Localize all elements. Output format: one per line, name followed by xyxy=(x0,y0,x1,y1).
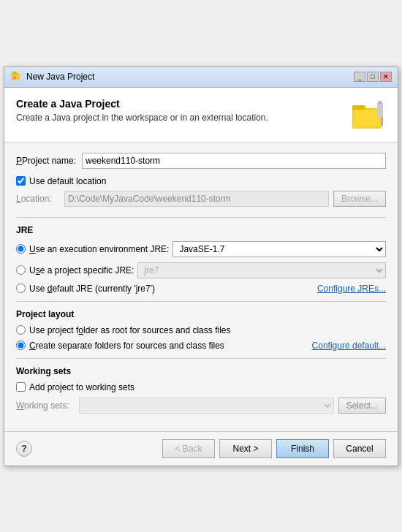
footer-button-group: < Back Next > Finish Cancel xyxy=(162,439,386,458)
add-working-sets-checkbox[interactable] xyxy=(16,382,26,392)
working-sets-input-row: Working sets: Select... xyxy=(16,398,386,414)
use-default-location-checkbox[interactable] xyxy=(16,176,26,186)
project-layout-title: Project layout xyxy=(16,309,386,319)
jre-section: JRE Use an execution environment JRE: Ja… xyxy=(16,225,386,294)
content-area: PProject name: Use default location Loca… xyxy=(4,142,398,431)
title-bar-buttons: _ □ ✕ xyxy=(354,72,392,82)
close-button[interactable]: ✕ xyxy=(380,72,392,82)
configure-jres-link[interactable]: Configure JREs... xyxy=(317,284,386,294)
dialog-title: Create a Java Project xyxy=(16,98,268,110)
divider-jre xyxy=(16,217,386,218)
footer: ? < Back Next > Finish Cancel xyxy=(4,431,398,466)
svg-rect-5 xyxy=(354,110,380,127)
svg-rect-7 xyxy=(377,102,383,117)
layout-separate-folders-radio[interactable] xyxy=(16,341,26,350)
project-name-label: PProject name: xyxy=(16,156,82,166)
svg-text:J: J xyxy=(13,75,15,80)
layout-project-folder-radio[interactable] xyxy=(16,325,26,335)
title-bar: J New Java Project _ □ ✕ xyxy=(4,67,398,88)
jre-default-radio[interactable] xyxy=(16,284,26,293)
title-bar-left: J New Java Project xyxy=(10,71,94,83)
jre-option1-row: Use an execution environment JRE: JavaSE… xyxy=(16,241,386,257)
maximize-button[interactable]: □ xyxy=(367,72,379,82)
add-working-sets-row: Add project to working sets xyxy=(16,382,386,392)
new-java-project-dialog: J New Java Project _ □ ✕ Create a Java P… xyxy=(4,66,398,466)
add-working-sets-label[interactable]: Add project to working sets xyxy=(29,382,134,392)
jre-section-title: JRE xyxy=(16,225,386,235)
dialog-icon: J xyxy=(10,71,22,83)
use-default-location-row: Use default location xyxy=(16,176,386,186)
jre-execution-env-radio[interactable] xyxy=(16,244,26,254)
header-section: Create a Java Project Create a Java proj… xyxy=(4,88,398,142)
cancel-button[interactable]: Cancel xyxy=(333,439,386,458)
dialog-description: Create a Java project in the workspace o… xyxy=(16,113,268,123)
jre-option2-row: Use a project specific JRE: jre7 xyxy=(16,262,386,278)
location-label: Location: xyxy=(16,194,60,204)
title-bar-text: New Java Project xyxy=(26,72,94,82)
working-sets-section: Working sets Add project to working sets… xyxy=(16,366,386,414)
browse-button[interactable]: Browse... xyxy=(333,191,386,207)
jre-project-specific-select[interactable]: jre7 xyxy=(137,262,386,278)
layout-project-folder-label: Use project folder as root for sources a… xyxy=(29,325,230,335)
header-text: Create a Java Project Create a Java proj… xyxy=(16,98,268,123)
jre-option3-row: Use default JRE (currently 'jre7') Confi… xyxy=(16,284,386,294)
next-button[interactable]: Next > xyxy=(219,439,272,458)
jre-project-specific-radio[interactable] xyxy=(16,265,26,275)
minimize-button[interactable]: _ xyxy=(354,72,365,82)
project-name-input[interactable] xyxy=(82,153,386,169)
divider-layout xyxy=(16,301,386,302)
jre-execution-env-select[interactable]: JavaSE-1.7 JavaSE-1.6 JavaSE-1.8 xyxy=(172,241,386,257)
back-button[interactable]: < Back xyxy=(162,439,215,458)
help-button[interactable]: ? xyxy=(16,441,32,457)
working-sets-label: Working sets: xyxy=(16,400,75,411)
layout-option2-row: Create separate folders for sources and … xyxy=(16,341,386,351)
location-row: Location: Browse... xyxy=(16,191,386,207)
layout-separate-folders-label: Create separate folders for sources and … xyxy=(29,341,224,351)
jre-execution-env-label: Use an execution environment JRE: xyxy=(29,244,169,254)
configure-default-link[interactable]: Configure default... xyxy=(312,341,386,351)
finish-button[interactable]: Finish xyxy=(276,439,329,458)
select-button[interactable]: Select... xyxy=(338,398,386,414)
jre-default-label: Use default JRE (currently 'jre7') xyxy=(29,284,155,294)
project-name-row: PProject name: xyxy=(16,153,386,169)
layout-option1-row: Use project folder as root for sources a… xyxy=(16,325,386,335)
location-input[interactable] xyxy=(64,191,329,207)
project-layout-section: Project layout Use project folder as roo… xyxy=(16,309,386,351)
jre-project-specific-label: Use a project specific JRE: xyxy=(29,265,134,276)
working-sets-title: Working sets xyxy=(16,366,386,376)
svg-rect-1 xyxy=(12,72,17,75)
working-sets-select[interactable] xyxy=(79,398,334,414)
use-default-location-label[interactable]: Use default location xyxy=(29,176,106,186)
header-folder-icon xyxy=(351,98,386,133)
divider-working-sets xyxy=(16,358,386,359)
svg-rect-8 xyxy=(379,101,382,104)
